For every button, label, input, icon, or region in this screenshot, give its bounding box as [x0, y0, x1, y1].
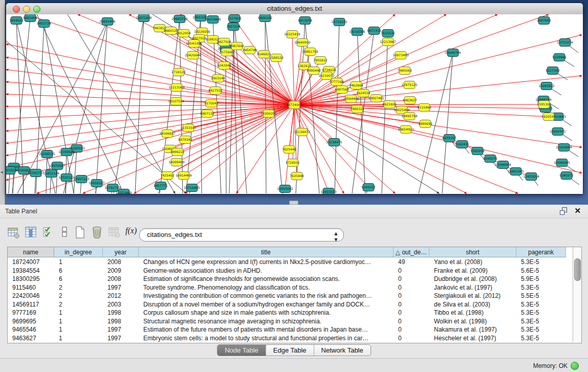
graph-node-teal[interactable]: 16861045: [508, 168, 524, 176]
table-row[interactable]: 946554611997Estimation of the future num…: [8, 325, 573, 334]
graph-node-yellow[interactable]: 18640910: [294, 39, 311, 47]
citation-edge-red[interactable]: [294, 105, 334, 142]
table-cell[interactable]: 14569117: [8, 300, 54, 309]
table-cell[interactable]: 2: [54, 283, 103, 292]
table-cell[interactable]: Stergiakouli et al. (2012): [429, 292, 516, 300]
table-body[interactable]: 1872400712008Changes of HCN gene express…: [8, 258, 573, 342]
graph-node-yellow[interactable]: 1588520: [269, 54, 284, 62]
graph-node-yellow[interactable]: 10973493: [393, 52, 409, 59]
graph-node-teal[interactable]: 16648784: [445, 49, 461, 57]
table-row[interactable]: 1938455462009Genome-wide association stu…: [8, 267, 573, 275]
graph-node-teal[interactable]: 16033809: [205, 16, 221, 24]
select-columns-icon[interactable]: [42, 225, 55, 239]
citation-edge-red[interactable]: [184, 105, 294, 176]
column-header-short[interactable]: short: [429, 247, 516, 257]
table-cell[interactable]: 2012: [103, 292, 139, 300]
table-settings-icon[interactable]: [7, 225, 20, 239]
graph-node-teal[interactable]: 10346945: [554, 159, 570, 167]
table-cell[interactable]: 18724007: [8, 258, 54, 267]
table-cell[interactable]: Nakamura et al. (1997): [429, 325, 516, 334]
citation-edge-red[interactable]: [6, 105, 294, 131]
table-cell[interactable]: 2: [54, 292, 103, 300]
table-cell[interactable]: 22420046: [8, 292, 54, 300]
graph-node-yellow[interactable]: 9463627: [403, 97, 417, 104]
graph-node-teal[interactable]: 17957223: [73, 176, 90, 183]
table-cell[interactable]: Structural magnetic resonance image aver…: [139, 317, 394, 326]
table-row[interactable]: 1456911722003Disruption of a novel membe…: [8, 300, 573, 309]
graph-node-yellow[interactable]: 2718126: [171, 69, 186, 76]
citation-edge-red[interactable]: [6, 105, 294, 106]
graph-node-yellow[interactable]: 19166827: [159, 130, 176, 138]
table-cell[interactable]: 2009: [103, 267, 139, 275]
table-cell[interactable]: 5.3E-5: [516, 258, 566, 267]
graph-node-teal[interactable]: 9245022: [361, 184, 376, 191]
graph-node-yellow[interactable]: 7425402: [160, 172, 175, 180]
table-row[interactable]: 1872400712008Changes of HCN gene express…: [8, 258, 573, 267]
table-cell[interactable]: 19384554: [8, 267, 54, 275]
graph-node-teal[interactable]: 2687682: [537, 17, 551, 25]
graph-node-yellow[interactable]: 12975125: [401, 81, 418, 89]
graph-node-yellow[interactable]: 11353593: [180, 124, 197, 132]
table-cell[interactable]: 2: [54, 300, 103, 309]
row-height-icon[interactable]: [58, 225, 72, 239]
citation-edge-black[interactable]: [226, 49, 226, 193]
table-cell[interactable]: 0: [394, 300, 429, 309]
graph-node-yellow[interactable]: 18300295: [260, 110, 277, 118]
graph-node-yellow[interactable]: 18495794: [401, 113, 418, 120]
table-cell[interactable]: 6: [54, 267, 103, 275]
graph-node-yellow[interactable]: 9827508: [217, 38, 231, 46]
close-panel-icon[interactable]: ✕: [574, 206, 581, 215]
collapse-arrow-icon[interactable]: ◂: [1, 169, 3, 174]
table-cell[interactable]: 49: [394, 258, 429, 267]
graph-node-yellow[interactable]: 16961758: [302, 48, 318, 56]
citation-edge-red[interactable]: [6, 105, 294, 119]
graph-node-yellow[interactable]: 7462664: [349, 82, 363, 90]
citation-edge-red[interactable]: [294, 76, 326, 105]
graph-node-yellow[interactable]: 15134472: [294, 128, 310, 136]
citation-edge-red[interactable]: [83, 105, 294, 193]
table-cell[interactable]: 5.5E-5: [516, 292, 566, 300]
table-cell[interactable]: Tourette syndrome. Phenomenology and cla…: [139, 283, 394, 292]
table-cell[interactable]: 1997: [103, 334, 139, 343]
table-cell[interactable]: 5.3E-5: [516, 325, 566, 334]
citation-edge-red[interactable]: [294, 105, 467, 193]
table-cell[interactable]: 1: [54, 317, 103, 326]
table-cell[interactable]: 0: [394, 275, 429, 283]
table-cell[interactable]: 9115460: [8, 283, 54, 292]
column-header-name[interactable]: name: [8, 247, 54, 257]
graph-node-teal[interactable]: 12455014: [523, 173, 539, 181]
table-cell[interactable]: Yano et al. (2008): [429, 258, 516, 267]
graph-node-yellow[interactable]: 7625440: [282, 146, 296, 154]
function-builder-icon[interactable]: f(x): [125, 226, 139, 240]
table-row[interactable]: 911546021997Tourette syndrome. Phenomeno…: [8, 283, 573, 292]
node-table[interactable]: namein_degreeyeartitle△ out_de…shortpage…: [7, 247, 582, 343]
graph-node-yellow[interactable]: 6497568: [335, 86, 349, 94]
graph-node-yellow[interactable]: 20564486: [343, 95, 359, 103]
tab-edge-table[interactable]: Edge Table: [266, 345, 314, 356]
citation-edge-black[interactable]: [56, 166, 57, 193]
column-header-pagerank[interactable]: pagerank: [516, 247, 566, 257]
graph-node-yellow[interactable]: 9777169: [330, 78, 344, 86]
graph-node-teal[interactable]: 16905642: [277, 185, 293, 193]
table-cell[interactable]: 0: [394, 292, 429, 300]
graph-node-teal[interactable]: 10958107: [89, 180, 105, 187]
window-titlebar[interactable]: citations_edges.txt: [6, 3, 583, 15]
graph-node-yellow[interactable]: 18325419: [284, 31, 300, 38]
memory-ok-indicator[interactable]: [571, 362, 579, 370]
citation-edge-red[interactable]: [6, 105, 294, 180]
column-mapping-icon[interactable]: [25, 225, 38, 239]
graph-node-yellow[interactable]: 18543396: [186, 40, 202, 48]
table-cell[interactable]: 9699695: [8, 317, 54, 326]
graph-node-teal[interactable]: 9455724: [37, 20, 51, 28]
graph-node-teal[interactable]: 12103694: [556, 144, 572, 151]
column-header-title[interactable]: title: [139, 247, 394, 257]
graph-node-yellow[interactable]: 1595300: [537, 101, 551, 108]
column-header-outde[interactable]: △ out_de…: [394, 247, 429, 257]
graph-node-teal[interactable]: 9165050: [470, 147, 485, 155]
table-cell[interactable]: Wolkin et al. (1998): [429, 317, 516, 326]
table-cell[interactable]: 6: [54, 275, 103, 283]
table-selector-dropdown[interactable]: citations_edges.txt ▲▼: [139, 228, 344, 242]
citation-edge-black[interactable]: [63, 21, 107, 193]
table-cell[interactable]: 5.3E-5: [516, 300, 566, 309]
table-cell[interactable]: 1: [54, 258, 103, 267]
